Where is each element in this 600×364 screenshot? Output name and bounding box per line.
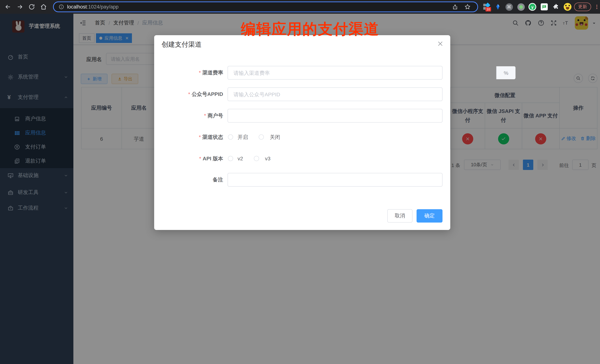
viewport: localhost:1024/pay/app 10 ⌘ y <box>0 0 600 364</box>
share-icon[interactable] <box>452 4 458 10</box>
api-v2-radio[interactable] <box>228 156 233 161</box>
rate-input[interactable] <box>227 66 442 80</box>
site-info-icon[interactable] <box>58 4 64 10</box>
bookmark-star-icon[interactable] <box>464 4 471 10</box>
status-on-radio[interactable] <box>228 134 233 140</box>
annotation-text: 编辑应用的支付渠道 <box>241 19 379 39</box>
browser-home-icon[interactable] <box>40 3 47 10</box>
extension-record-icon[interactable] <box>517 3 525 11</box>
url-bar[interactable]: localhost:1024/pay/app <box>53 1 478 12</box>
appid-input[interactable] <box>227 87 442 101</box>
extension-command-icon[interactable]: ⌘ <box>505 3 513 11</box>
browser-forward-icon[interactable] <box>16 3 23 10</box>
status-off-radio[interactable] <box>259 134 264 140</box>
api-v3-radio[interactable] <box>254 156 259 161</box>
remark-label: 备注 <box>154 176 223 183</box>
remark-input[interactable] <box>227 173 442 187</box>
merchant-label: *商户号 <box>154 112 223 119</box>
status-label: *渠道状态 <box>154 133 223 141</box>
api-v3-label[interactable]: v3 <box>265 156 271 161</box>
extension-pin-icon[interactable]: 10 <box>483 3 491 11</box>
extension-yudao-icon[interactable]: y <box>528 3 536 11</box>
create-channel-dialog: 创建支付渠道 *渠道费率 % *公众号APPID *商户号 *渠道状态 开启 关… <box>154 35 450 230</box>
url-host: localhost <box>67 4 87 10</box>
rate-label: *渠道费率 <box>154 69 223 76</box>
browser-back-icon[interactable] <box>4 3 11 10</box>
dialog-title: 创建支付渠道 <box>162 40 202 49</box>
dialog-close-icon[interactable] <box>437 40 444 47</box>
profile-emoji-icon[interactable] <box>564 3 572 11</box>
browser-chrome: localhost:1024/pay/app 10 ⌘ y <box>0 0 600 14</box>
status-off-label[interactable]: 关闭 <box>270 134 280 140</box>
api-v2-label[interactable]: v2 <box>238 156 243 161</box>
cancel-button[interactable]: 取消 <box>387 209 412 223</box>
confirm-button[interactable]: 确定 <box>417 209 442 223</box>
appid-label: *公众号APPID <box>154 90 223 98</box>
status-on-label[interactable]: 开启 <box>238 134 248 140</box>
extension-chat-icon[interactable] <box>540 3 548 11</box>
merchant-input[interactable] <box>227 109 442 123</box>
extension-kite-icon[interactable] <box>494 3 502 11</box>
browser-reload-icon[interactable] <box>28 3 35 10</box>
api-version-label: *API 版本 <box>154 155 223 162</box>
extensions-puzzle-icon[interactable] <box>552 3 560 11</box>
browser-menu-icon[interactable] <box>593 3 600 11</box>
rate-suffix: % <box>496 66 516 79</box>
browser-update-button[interactable]: 更新 <box>574 3 591 11</box>
extension-badge: 10 <box>486 7 491 11</box>
url-path: :1024/pay/app <box>87 4 119 10</box>
